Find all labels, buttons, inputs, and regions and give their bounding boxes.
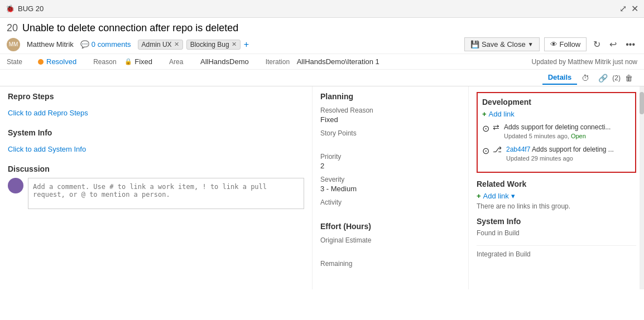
- priority-value[interactable]: 2: [320, 162, 460, 170]
- found-in-build-label: Found in Build: [477, 229, 636, 237]
- bug-icon: 🐞: [6, 4, 15, 13]
- related-work-section: Related Work + Add link ▾ There are no l…: [477, 180, 636, 210]
- system-info-title: System Info: [8, 128, 304, 137]
- commit-text[interactable]: 2ab44f7 Adds support for deleting ...: [506, 145, 614, 154]
- iteration-label: Iteration: [266, 58, 294, 66]
- commit-meta: Updated 29 minutes ago: [506, 154, 614, 163]
- related-add-link-button[interactable]: + Add link ▾: [477, 192, 636, 200]
- pr-meta: Updated 5 minutes ago, Open: [504, 132, 611, 140]
- tag-remove-icon[interactable]: ✕: [232, 41, 237, 48]
- middle-panel: Planning Resolved Reason Fixed Story Poi…: [313, 86, 469, 289]
- links-icon[interactable]: 🔗: [594, 71, 612, 85]
- author-name: Matthew Mitrik: [27, 40, 74, 49]
- repro-steps-placeholder[interactable]: Click to add Repro Steps: [8, 104, 304, 122]
- comments-button[interactable]: 💬 0 comments: [80, 40, 131, 49]
- reason-label: Reason: [93, 58, 121, 66]
- save-icon: 💾: [470, 40, 479, 49]
- reason-field: Reason 🔒 Fixed: [93, 57, 152, 66]
- state-dot-icon: [38, 59, 44, 65]
- system-info-section: System Info Click to add System Info: [8, 128, 304, 158]
- integrated-in-build-label: Integrated in Build: [477, 250, 636, 258]
- title-bar: 🐞 BUG 20 ⤢ ✕: [0, 0, 644, 18]
- add-link-button[interactable]: + Add link: [482, 110, 631, 118]
- refresh-button[interactable]: ↻: [591, 38, 603, 51]
- remaining-field: Remaining: [320, 260, 460, 278]
- state-label: State: [7, 58, 35, 66]
- add-link-label: Add link: [489, 110, 515, 118]
- area-label: Area: [169, 58, 197, 66]
- activity-label: Activity: [320, 198, 460, 206]
- commit-message: Adds support for deleting ...: [532, 146, 614, 153]
- bug-number: 20: [7, 22, 18, 34]
- tag-remove-icon[interactable]: ✕: [174, 41, 179, 48]
- commit-icon: ⎇: [493, 145, 502, 154]
- add-tag-button[interactable]: +: [244, 40, 249, 50]
- author-avatar: MM: [7, 38, 20, 51]
- remaining-label: Remaining: [320, 260, 460, 268]
- follow-button[interactable]: 👁 Follow: [544, 37, 587, 51]
- story-points-value[interactable]: [320, 138, 460, 147]
- discussion-section: Discussion: [8, 164, 304, 209]
- si-title: System Info: [477, 217, 636, 226]
- comment-input[interactable]: [28, 178, 304, 209]
- add-link-label-related: Add link: [483, 192, 509, 200]
- reason-value[interactable]: 🔒 Fixed: [124, 57, 152, 66]
- activity-value[interactable]: [320, 207, 460, 216]
- scrollbar-track[interactable]: [640, 86, 644, 289]
- original-estimate-value[interactable]: [320, 245, 460, 254]
- tag-label: Blocking Bug: [190, 41, 229, 49]
- no-links-text: There are no links in this group.: [477, 202, 636, 210]
- iteration-value[interactable]: AllHandsDemo\Iteration 1: [297, 57, 379, 66]
- iteration-field: Iteration AllHandsDemo\Iteration 1: [266, 57, 379, 66]
- undo-button[interactable]: ↩: [607, 38, 619, 51]
- comment-input-row: [8, 178, 304, 209]
- bug-title: Unable to delete connection after repo i…: [22, 22, 238, 34]
- fields-bar: State Resolved Reason 🔒 Fixed Area AllHa…: [0, 54, 644, 70]
- state-value[interactable]: Resolved: [38, 57, 76, 66]
- tab-details[interactable]: Details: [542, 71, 578, 85]
- severity-value[interactable]: 3 - Medium: [320, 185, 460, 193]
- left-panel: Repro Steps Click to add Repro Steps Sys…: [0, 86, 313, 289]
- more-options-button[interactable]: •••: [623, 38, 637, 51]
- resolved-reason-value[interactable]: Fixed: [320, 115, 460, 124]
- pr-status: Open: [571, 133, 586, 139]
- pr-arrows-icon: ⇄: [493, 123, 499, 132]
- remaining-value[interactable]: [320, 269, 460, 278]
- updated-info: Updated by Matthew Mitrik just now: [532, 58, 637, 66]
- story-points-field: Story Points: [320, 129, 460, 147]
- title-bar-label: BUG 20: [18, 4, 619, 13]
- discussion-title: Discussion: [8, 164, 304, 173]
- system-info-right-section: System Info Found in Build Integrated in…: [477, 217, 636, 267]
- history-icon[interactable]: ⏱: [577, 71, 594, 85]
- integrated-in-build-value[interactable]: [477, 259, 636, 267]
- close-icon[interactable]: ✕: [631, 3, 638, 14]
- scrollbar-thumb[interactable]: [640, 92, 644, 114]
- found-in-build-value[interactable]: [477, 238, 636, 246]
- severity-label: Severity: [320, 176, 460, 183]
- save-close-button[interactable]: 💾 Save & Close ▼: [464, 37, 540, 51]
- original-estimate-field: Original Estimate: [320, 236, 460, 254]
- title-row: 20 Unable to delete connection after rep…: [7, 22, 637, 34]
- severity-field: Severity 3 - Medium: [320, 176, 460, 193]
- related-work-title: Related Work: [477, 180, 636, 188]
- tags-container: Admin UX ✕ Blocking Bug ✕ +: [138, 40, 249, 50]
- area-value[interactable]: AllHandsDemo: [200, 57, 249, 66]
- dev-item-pr-info: Adds support for deleting connecti... Up…: [504, 123, 611, 140]
- github-commit-icon: ⊙: [482, 146, 489, 156]
- dev-item-commit-info: 2ab44f7 Adds support for deleting ... Up…: [506, 145, 614, 163]
- lock-icon: 🔒: [124, 58, 132, 65]
- attachments-icon[interactable]: 🗑: [621, 71, 637, 85]
- expand-icon[interactable]: ⤢: [619, 3, 627, 14]
- planning-title: Planning: [320, 92, 460, 101]
- save-close-label: Save & Close: [482, 40, 526, 49]
- area-field: Area AllHandsDemo: [169, 57, 249, 66]
- detail-tabs: Details ⏱ 🔗 (2) 🗑: [0, 70, 644, 86]
- state-text: Resolved: [46, 57, 76, 66]
- priority-label: Priority: [320, 153, 460, 161]
- plus-icon-related: +: [477, 192, 481, 200]
- eye-icon: 👁: [550, 40, 558, 49]
- effort-hours-title: Effort (Hours): [320, 222, 460, 231]
- pr-text[interactable]: Adds support for deleting connecti...: [504, 123, 611, 132]
- meta-row: MM Matthew Mitrik 💬 0 comments Admin UX …: [7, 37, 637, 51]
- system-info-placeholder[interactable]: Click to add System Info: [8, 140, 304, 158]
